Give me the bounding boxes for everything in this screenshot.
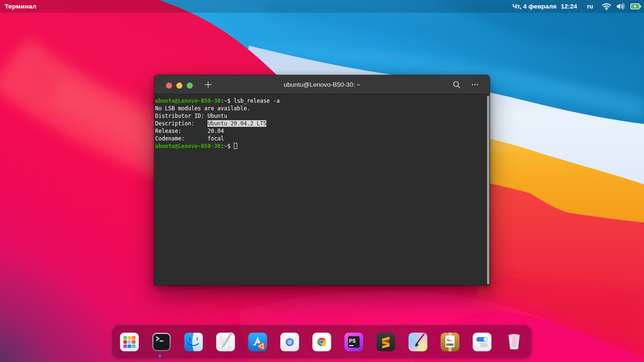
dock-item-ubuntu-software[interactable] (248, 332, 267, 352)
wifi-icon[interactable] (599, 0, 614, 13)
clock[interactable]: Чт, 4 февраля 12:24 (512, 3, 577, 10)
clock-time: 12:24 (561, 3, 577, 10)
trash-icon (504, 332, 524, 352)
terminal-line: Distributor ID: Ubuntu (155, 112, 490, 120)
mail-icon: @ (280, 332, 299, 352)
desktop: Терминал Чт, 4 февраля 12:24 ru (0, 0, 644, 362)
dock-item-text-editor[interactable] (216, 332, 235, 352)
top-bar: Терминал Чт, 4 февраля 12:24 ru (0, 0, 644, 13)
menu-icon[interactable] (471, 81, 479, 89)
volume-icon[interactable] (614, 0, 628, 13)
battery-charging-icon[interactable] (628, 0, 644, 13)
terminal-line: Codename: focal (155, 135, 490, 142)
dock: @ PS (112, 325, 532, 359)
dock-item-settings[interactable] (472, 332, 492, 352)
svg-text:@: @ (287, 339, 292, 345)
files-icon (184, 332, 203, 352)
system-status-area[interactable] (599, 0, 644, 13)
top-bar-status-area: Чт, 4 февраля 12:24 ru (512, 0, 644, 13)
chrome-icon (312, 332, 331, 352)
terminal-line: ubuntu@Lenovo-B50-30:~$ lsb_release -a (155, 97, 490, 105)
dock-item-sublime-text[interactable] (376, 332, 396, 352)
phpstorm-icon: PS (344, 332, 363, 352)
terminal-line: ubuntu@Lenovo-B50-30:~$ (155, 142, 490, 150)
dock-item-mail[interactable]: @ (280, 332, 299, 352)
terminal-line: Description: Ubuntu 20.04.2 LTS (155, 120, 490, 127)
ubuntu-software-icon (248, 332, 267, 352)
active-app-name[interactable]: Терминал (5, 0, 36, 13)
dock-item-files[interactable] (184, 332, 203, 352)
scrollbar[interactable] (487, 96, 489, 284)
terminal-line: No LSB modules are available. (155, 105, 490, 112)
svg-text:TO:: TO: (446, 339, 451, 342)
dock-item-launchpad[interactable] (120, 332, 139, 352)
terminal-output[interactable]: ubuntu@Lenovo-B50-30:~$ lsb_release -aNo… (154, 94, 490, 285)
dock-item-chrome[interactable] (312, 332, 331, 352)
window-title: ubuntu@Lenovo-B50-30: ~ (154, 75, 490, 94)
paint-icon (408, 332, 428, 352)
dock-item-paint[interactable] (408, 332, 428, 352)
terminal-line: Release: 20.04 (155, 127, 490, 135)
sublime-text-icon (376, 332, 396, 352)
dock-item-terminal[interactable] (152, 332, 171, 352)
launchpad-icon (120, 332, 139, 352)
search-icon[interactable] (453, 81, 461, 89)
clock-date: Чт, 4 февраля (512, 3, 557, 10)
terminal-titlebar[interactable]: ubuntu@Lenovo-B50-30: ~ (154, 75, 490, 94)
package-tracker-icon: TO: (440, 332, 460, 352)
dock-item-phpstorm[interactable]: PS (344, 332, 363, 352)
settings-icon (472, 332, 492, 352)
dock-item-package-tracker[interactable]: TO: (440, 332, 460, 352)
terminal-window: ubuntu@Lenovo-B50-30: ~ ubuntu@Lenovo-B5… (154, 75, 490, 285)
keyboard-layout-indicator[interactable]: ru (587, 3, 593, 10)
terminal-icon (152, 332, 171, 352)
svg-text:PS: PS (349, 338, 355, 343)
running-app-indicator (158, 354, 161, 357)
dock-item-trash[interactable] (504, 332, 524, 352)
text-editor-icon (216, 332, 235, 352)
